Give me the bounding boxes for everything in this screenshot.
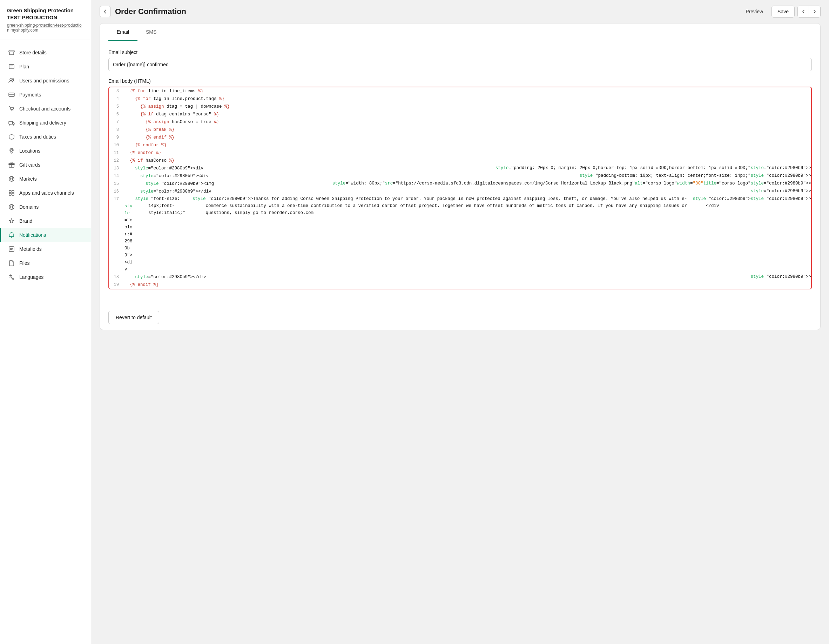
code-line-8: 8 {% break %} [109,126,811,134]
sidebar-item-brand[interactable]: Brand [0,214,91,228]
svg-rect-0 [9,65,14,69]
sidebar-item-label: Notifications [19,232,46,238]
code-editor[interactable]: 3 {% for line in line_items %} 4 {% for … [108,87,812,289]
sidebar-item-locations[interactable]: Locations [0,144,91,158]
sidebar-item-notifications[interactable]: Notifications [0,228,91,242]
svg-rect-3 [9,93,14,96]
domains-icon [8,204,15,210]
sidebar-item-label: Store details [19,50,47,55]
line-content: {% assign dtag = tag | downcase %} [122,103,811,110]
sidebar-item-users-permissions[interactable]: Users and permissions [0,74,91,88]
svg-rect-6 [9,122,13,124]
line-number: 16 [109,188,122,195]
sidebar-item-shipping-delivery[interactable]: Shipping and delivery [0,116,91,130]
line-number: 18 [109,273,122,281]
locations-icon [8,147,15,154]
apps-icon [8,189,15,196]
line-content: {% endif %} [122,281,811,289]
brand-url[interactable]: green-shipping-protection-test-productio… [7,23,84,33]
payments-icon [8,91,15,98]
sidebar-item-label: Apps and sales channels [19,190,74,196]
chevron-left-icon [801,9,805,14]
code-line-10: 10 {% endfor %} [109,141,811,149]
code-line-9: 9 {% endif %} [109,134,811,141]
svg-rect-12 [9,191,11,193]
line-content: style="color:#2980b9"><img [122,180,333,188]
sidebar-item-label: Markets [19,176,37,182]
preview-button[interactable]: Preview [740,6,769,17]
taxes-icon [8,133,15,140]
line-content: {% if hasCorso %} [122,157,811,164]
sidebar-item-label: Taxes and duties [19,134,56,140]
line-number: 7 [109,118,122,126]
line-content: {% for tag in line.product.tags %} [122,95,811,103]
sidebar-item-taxes-duties[interactable]: Taxes and duties [0,130,91,144]
revert-button[interactable]: Revert to default [108,311,159,324]
line-number: 3 [109,87,122,95]
next-nav-button[interactable] [809,6,820,17]
sidebar-item-label: Domains [19,204,39,210]
code-line-17: 17 style="color:#2980b9"><div style="fon… [109,196,811,273]
line-content: {% for line in line_items %} [122,87,811,95]
line-number: 10 [109,141,122,149]
sidebar-item-files[interactable]: Files [0,256,91,270]
svg-point-8 [13,125,14,125]
line-number: 11 [109,149,122,156]
plan-icon [8,63,15,70]
sidebar-item-languages[interactable]: Languages [0,270,91,284]
sidebar-item-apps-sales-channels[interactable]: Apps and sales channels [0,186,91,200]
sidebar-item-label: Shipping and delivery [19,120,66,126]
languages-icon [8,274,15,281]
tab-sms[interactable]: SMS [137,24,165,41]
chevron-right-icon [813,9,817,14]
sidebar: Green Shipping Protection TEST PRODUCTIO… [0,0,91,644]
code-line-12: 12 {% if hasCorso %} [109,157,811,164]
page-title: Order Confirmation [115,7,736,16]
line-content: {% endfor %} [122,141,811,149]
line-number: 9 [109,134,122,141]
email-body-label: Email body (HTML) [108,78,812,84]
back-button[interactable] [99,6,111,17]
store-icon [8,49,15,56]
sidebar-item-checkout-accounts[interactable]: Checkout and accounts [0,102,91,116]
code-line-19: 19 {% endif %} [109,281,811,289]
line-number: 19 [109,281,122,288]
sidebar-item-label: Checkout and accounts [19,106,71,112]
sidebar-item-plan[interactable]: Plan [0,60,91,74]
code-line-11: 11 {% endfor %} [109,149,811,157]
code-line-4: 4 {% for tag in line.product.tags %} [109,95,811,103]
markets-icon [8,175,15,182]
line-content: {% if dtag contains "corso" %} [122,110,811,118]
line-content: {% assign hasCorso = true %} [122,118,811,126]
sidebar-item-metafields[interactable]: Metafields [0,242,91,256]
sidebar-brand: Green Shipping Protection TEST PRODUCTIO… [0,7,91,40]
sidebar-item-domains[interactable]: Domains [0,200,91,214]
sidebar-nav: Store details Plan Users and permissions… [0,43,91,287]
shipping-icon [8,119,15,126]
code-line-5: 5 {% assign dtag = tag | downcase %} [109,103,811,110]
email-subject-group: Email subject [108,49,812,71]
back-icon [102,9,108,14]
code-line-13: 13 style="color:#2980b9"><div style="pad… [109,164,811,172]
users-icon [8,77,15,84]
header-actions: Preview Save [740,6,821,17]
line-content: style="color:#2980b9"><div [122,196,136,273]
line-content: {% endfor %} [122,149,811,157]
sidebar-item-gift-cards[interactable]: Gift cards [0,158,91,172]
sidebar-item-store-details[interactable]: Store details [0,46,91,60]
svg-rect-14 [9,193,11,196]
brand-icon [8,218,15,224]
nav-arrows [797,6,821,17]
code-line-16: 16 style="color:#2980b9"></divstyle="col… [109,188,811,196]
prev-nav-button[interactable] [798,6,809,17]
page-header: Order Confirmation Preview Save [91,0,829,23]
line-number: 4 [109,95,122,103]
save-button[interactable]: Save [771,6,794,17]
sidebar-item-payments[interactable]: Payments [0,88,91,102]
files-icon [8,260,15,267]
tab-email[interactable]: Email [108,24,137,41]
sidebar-item-label: Brand [19,218,32,224]
svg-point-4 [11,110,11,111]
email-subject-input[interactable] [108,58,812,71]
sidebar-item-markets[interactable]: Markets [0,172,91,186]
